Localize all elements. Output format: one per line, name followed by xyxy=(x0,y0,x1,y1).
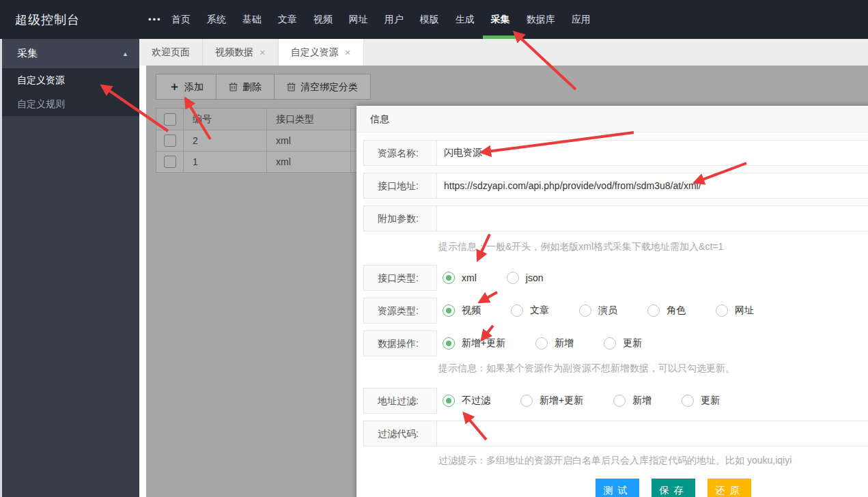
radio-icon xyxy=(647,304,660,317)
sidebar-item-custom-resource[interactable]: 自定义资源 xyxy=(0,68,139,92)
radio-label: 演员 xyxy=(598,304,617,317)
tab-bar: 欢迎页面 视频数据 × 自定义资源 × xyxy=(139,39,868,66)
sidebar-submenu: 自定义资源 自定义规则 xyxy=(0,68,139,116)
radio-label: 网址 xyxy=(735,304,754,317)
data-action-radios: 新增+更新 新增 更新 xyxy=(443,330,868,356)
radio-option-filter-update[interactable]: 更新 xyxy=(682,395,720,407)
extra-params-label: 附加参数: xyxy=(363,205,437,231)
form-row-url-filter: 地址过滤: 不过滤 新增+更新 新增 更新 xyxy=(363,388,868,414)
radio-icon xyxy=(443,337,455,350)
radio-option-video[interactable]: 视频 xyxy=(443,304,481,317)
nav-item-app[interactable]: 应用 xyxy=(563,0,599,39)
radio-icon xyxy=(511,304,523,317)
save-button[interactable]: 保存 xyxy=(652,479,695,497)
active-underline xyxy=(483,36,518,39)
nav-item-article[interactable]: 文章 xyxy=(270,0,305,39)
radio-option-website[interactable]: 网址 xyxy=(716,304,754,317)
more-icon[interactable]: ••• xyxy=(148,14,162,25)
radio-label: 新增 xyxy=(632,395,652,407)
sidebar-scroll-strip xyxy=(0,39,2,497)
resource-type-radios: 视频 文章 演员 角色 网址 xyxy=(443,298,868,324)
api-url-label: 接口地址: xyxy=(363,173,437,199)
radio-icon xyxy=(579,304,591,317)
dialog-body: 资源名称: 接口地址: 附加参数: 提示信息：一般&开头，例如老版xml格式采集… xyxy=(356,132,868,497)
info-dialog: 信息 资源名称: 接口地址: 附加参数: 提示信息：一般&开头，例如老版xml格… xyxy=(356,106,868,497)
api-url-input[interactable] xyxy=(436,173,868,199)
tab-welcome-label: 欢迎页面 xyxy=(152,46,190,59)
test-button[interactable]: 测试 xyxy=(596,479,639,497)
radio-option-article[interactable]: 文章 xyxy=(511,304,549,317)
radio-label: 视频 xyxy=(462,304,481,317)
nav-item-home[interactable]: 首页 xyxy=(163,0,199,39)
radio-option-add-update[interactable]: 新增+更新 xyxy=(443,337,505,350)
extra-params-input[interactable] xyxy=(436,205,868,231)
radio-label: 新增+更新 xyxy=(462,337,505,350)
form-row-filter-code: 过滤代码: xyxy=(363,421,868,446)
sidebar-group-collect[interactable]: 采集 ▲ xyxy=(0,39,139,68)
radio-label: 新增 xyxy=(555,337,574,350)
radio-icon xyxy=(682,395,694,407)
action-hint: 提示信息：如果某个资源作为副资源不想新增数据，可以只勾选更新。 xyxy=(438,361,868,375)
radio-icon xyxy=(443,272,455,284)
radio-option-update[interactable]: 更新 xyxy=(604,337,642,350)
filter-code-label: 过滤代码: xyxy=(363,421,437,446)
params-hint: 提示信息：一般&开头，例如老版xml格式采集下载地址需加入&ct=1 xyxy=(438,240,868,253)
nav-item-database[interactable]: 数据库 xyxy=(518,0,563,39)
resource-name-label: 资源名称: xyxy=(363,140,437,166)
top-nav: 首页 系统 基础 文章 视频 网址 用户 模版 生成 采集 数据库 应用 xyxy=(163,0,599,39)
radio-icon xyxy=(613,395,626,407)
nav-item-template[interactable]: 模版 xyxy=(412,0,447,39)
form-row-resource-type: 资源类型: 视频 文章 演员 角色 xyxy=(363,298,868,324)
tab-welcome[interactable]: 欢迎页面 xyxy=(139,39,203,66)
filter-hint: 过滤提示：多组地址的资源开启白名单后只会入库指定代码的地址。比如 youku,i… xyxy=(438,453,868,467)
radio-icon xyxy=(535,337,548,350)
resource-type-label: 资源类型: xyxy=(363,298,437,324)
nav-item-basic[interactable]: 基础 xyxy=(234,0,270,39)
sidebar: 采集 ▲ 自定义资源 自定义规则 xyxy=(0,39,139,497)
nav-item-url[interactable]: 网址 xyxy=(341,0,376,39)
filter-code-input[interactable] xyxy=(436,421,868,446)
radio-option-add[interactable]: 新增 xyxy=(535,337,574,350)
nav-item-video[interactable]: 视频 xyxy=(305,0,341,39)
sidebar-group-label: 采集 xyxy=(17,47,38,60)
form-row-extra-params: 附加参数: xyxy=(363,205,868,231)
interface-type-label: 接口类型: xyxy=(363,265,437,291)
radio-label: 角色 xyxy=(667,304,686,317)
tab-custom-resource[interactable]: 自定义资源 × xyxy=(279,39,364,66)
radio-icon xyxy=(604,337,616,350)
close-icon[interactable]: × xyxy=(260,47,266,57)
sidebar-item-custom-rule[interactable]: 自定义规则 xyxy=(0,92,139,116)
chevron-up-icon: ▲ xyxy=(122,51,128,57)
radio-option-xml[interactable]: xml xyxy=(443,272,477,284)
dialog-title: 信息 xyxy=(356,106,868,132)
radio-label: 不过滤 xyxy=(462,395,490,407)
radio-label: 更新 xyxy=(701,395,720,407)
nav-item-collect[interactable]: 采集 xyxy=(483,0,518,39)
app-title: 超级控制台 xyxy=(0,12,80,28)
radio-option-filter-add-update[interactable]: 新增+更新 xyxy=(520,395,583,407)
radio-label: xml xyxy=(462,272,477,283)
nav-item-collect-label: 采集 xyxy=(491,14,510,25)
resource-name-input[interactable] xyxy=(436,140,868,166)
radio-option-no-filter[interactable]: 不过滤 xyxy=(443,395,490,407)
radio-label: 新增+更新 xyxy=(540,395,583,407)
nav-item-user[interactable]: 用户 xyxy=(376,0,412,39)
restore-button[interactable]: 还原 xyxy=(708,479,751,497)
data-action-label: 数据操作: xyxy=(363,330,437,356)
url-filter-label: 地址过滤: xyxy=(363,388,437,414)
radio-option-actor[interactable]: 演员 xyxy=(579,304,617,317)
interface-type-radios: xml json xyxy=(443,265,868,291)
tab-video-data[interactable]: 视频数据 × xyxy=(203,39,279,66)
nav-item-system[interactable]: 系统 xyxy=(199,0,234,39)
radio-option-json[interactable]: json xyxy=(507,272,544,284)
tab-video-data-label: 视频数据 xyxy=(215,46,253,59)
radio-option-role[interactable]: 角色 xyxy=(647,304,686,317)
form-row-interface-type: 接口类型: xml json xyxy=(363,265,868,291)
form-row-api-url: 接口地址: xyxy=(363,173,868,199)
close-icon[interactable]: × xyxy=(345,47,351,57)
nav-item-generate[interactable]: 生成 xyxy=(447,0,483,39)
radio-option-filter-add[interactable]: 新增 xyxy=(613,395,652,407)
radio-label: 文章 xyxy=(530,304,549,317)
tab-custom-resource-label: 自定义资源 xyxy=(291,46,339,59)
form-row-resource-name: 资源名称: xyxy=(363,140,868,166)
